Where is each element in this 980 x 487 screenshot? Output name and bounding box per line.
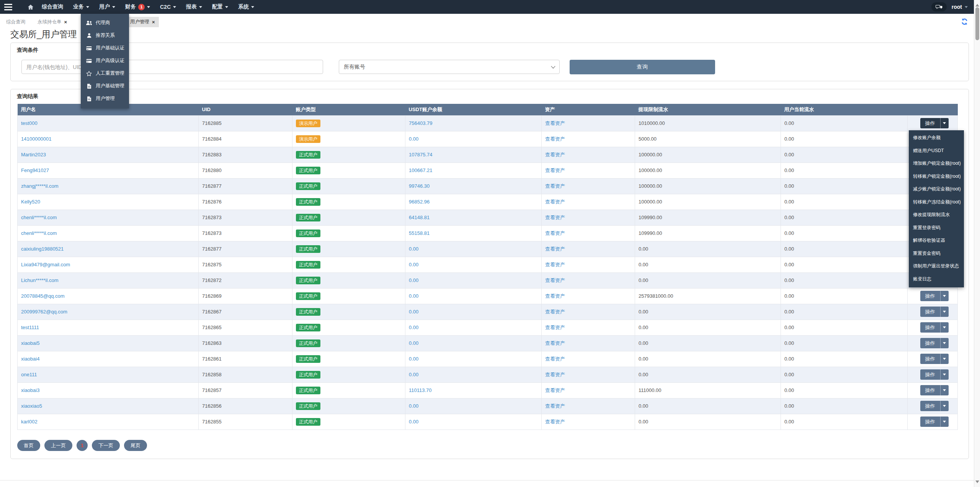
action-button[interactable]: 操作 <box>920 369 940 380</box>
usdt-balance-link[interactable]: 0.00 <box>409 356 418 362</box>
usdt-balance-link[interactable]: 0.00 <box>409 136 418 142</box>
usdt-balance-link[interactable]: 0.00 <box>409 403 418 409</box>
action-menu-item-转移账户锁定金额(root)[interactable]: 转移账户锁定金额(root) <box>909 170 964 183</box>
username-link[interactable]: 20078845@qq.com <box>21 293 65 299</box>
usdt-balance-link[interactable]: 100667.21 <box>409 167 432 173</box>
username-link[interactable]: chenli*****il.com <box>21 230 57 236</box>
action-menu-item-强制用户退出登录状态[interactable]: 强制用户退出登录状态 <box>909 260 964 273</box>
user-menu-item-用户管理[interactable]: 用户管理 <box>81 92 129 105</box>
action-caret-button[interactable] <box>940 291 949 301</box>
usdt-balance-link[interactable]: 756403.79 <box>409 120 432 126</box>
action-button-group[interactable]: 操作 <box>920 354 949 364</box>
usdt-balance-link[interactable]: 64148.81 <box>409 215 430 220</box>
action-caret-button[interactable] <box>940 369 949 380</box>
view-assets-link[interactable]: 查看资产 <box>545 387 565 393</box>
view-assets-link[interactable]: 查看资产 <box>545 262 565 267</box>
usdt-balance-link[interactable]: 107875.74 <box>409 152 432 157</box>
username-link[interactable]: 14100000001 <box>21 136 52 142</box>
tab-永续持仓单[interactable]: 永续持仓单× <box>34 17 71 27</box>
tab-综合查询[interactable]: 综合查询 <box>2 17 29 27</box>
action-button-group[interactable]: 操作 <box>920 338 949 348</box>
action-button[interactable]: 操作 <box>920 322 940 333</box>
scrollbar-up-arrow-icon[interactable] <box>975 2 979 7</box>
nav-item-业务[interactable]: 业务 <box>68 0 94 14</box>
action-button[interactable]: 操作 <box>920 354 940 364</box>
username-link[interactable]: karl002 <box>21 419 38 425</box>
search-button[interactable]: 查询 <box>570 60 715 74</box>
nav-item-财务[interactable]: 财务1 <box>120 0 155 14</box>
usdt-balance-link[interactable]: 0.00 <box>409 293 418 299</box>
action-menu-item-赠送用户USDT[interactable]: 赠送用户USDT <box>909 144 964 157</box>
vertical-scrollbar[interactable] <box>974 0 980 487</box>
usdt-balance-link[interactable]: 0.00 <box>409 372 418 377</box>
action-menu-item-解绑谷歌验证器[interactable]: 解绑谷歌验证器 <box>909 234 964 247</box>
action-menu-item-账变日志[interactable]: 账变日志 <box>909 273 964 286</box>
tab-close-icon[interactable]: × <box>64 20 67 25</box>
action-button-group[interactable]: 操作 <box>920 369 949 380</box>
username-link[interactable]: xiaobai3 <box>21 387 39 393</box>
view-assets-link[interactable]: 查看资产 <box>545 230 565 236</box>
view-assets-link[interactable]: 查看资产 <box>545 120 565 126</box>
hamburger-menu-icon[interactable] <box>0 0 18 14</box>
user-menu-item-用户高级认证[interactable]: 用户高级认证 <box>81 54 129 67</box>
action-menu-item-减少账户锁定金额(root)[interactable]: 减少账户锁定金额(root) <box>909 183 964 196</box>
usdt-balance-link[interactable]: 0.00 <box>409 246 418 252</box>
nav-item-系统[interactable]: 系统 <box>233 0 259 14</box>
user-menu-item-用户基础认证[interactable]: 用户基础认证 <box>81 42 129 54</box>
tab-close-icon[interactable]: × <box>152 20 155 25</box>
scrollbar-thumb[interactable] <box>975 7 979 40</box>
user-menu-item-人工重置管理[interactable]: 人工重置管理 <box>81 67 129 80</box>
view-assets-link[interactable]: 查看资产 <box>545 215 565 220</box>
action-button-group[interactable]: 操作 <box>920 401 949 411</box>
usdt-balance-link[interactable]: 110113.70 <box>409 387 432 393</box>
action-caret-button[interactable] <box>940 338 949 348</box>
tab-用户管理[interactable]: 用户管理× <box>126 17 159 27</box>
user-menu-item-推荐关系[interactable]: 推荐关系 <box>81 29 129 42</box>
usdt-balance-link[interactable]: 0.00 <box>409 309 418 315</box>
first-page-button[interactable]: 首页 <box>17 440 40 451</box>
action-button-group[interactable]: 操作 <box>920 416 949 427</box>
view-assets-link[interactable]: 查看资产 <box>545 183 565 189</box>
action-menu-item-增加账户锁定金额(root)[interactable]: 增加账户锁定金额(root) <box>909 157 964 170</box>
action-button-group[interactable]: 操作 <box>920 291 949 301</box>
action-button-group[interactable]: 操作 <box>920 118 949 128</box>
action-caret-button[interactable] <box>940 416 949 427</box>
view-assets-link[interactable]: 查看资产 <box>545 340 565 346</box>
username-link[interactable]: xiaoxiao5 <box>21 403 42 409</box>
action-caret-button[interactable] <box>940 322 949 333</box>
username-link[interactable]: Kelly520 <box>21 199 40 205</box>
view-assets-link[interactable]: 查看资产 <box>545 293 565 299</box>
action-caret-button[interactable] <box>940 354 949 364</box>
action-button-group[interactable]: 操作 <box>920 322 949 333</box>
usdt-balance-link[interactable]: 0.00 <box>409 325 418 330</box>
action-menu-item-修改账户余额[interactable]: 修改账户余额 <box>909 131 964 144</box>
username-link[interactable]: xiaobai4 <box>21 356 39 362</box>
view-assets-link[interactable]: 查看资产 <box>545 277 565 283</box>
username-link[interactable]: Feng941027 <box>21 167 49 173</box>
prev-page-button[interactable]: 上一页 <box>44 440 72 451</box>
action-caret-button[interactable] <box>940 401 949 411</box>
username-link[interactable]: xiaobai5 <box>21 340 39 346</box>
action-button[interactable]: 操作 <box>920 291 940 301</box>
next-page-button[interactable]: 下一页 <box>92 440 120 451</box>
usdt-balance-link[interactable]: 96852.96 <box>409 199 430 205</box>
view-assets-link[interactable]: 查看资产 <box>545 403 565 409</box>
action-menu-item-修改提现限制流水[interactable]: 修改提现限制流水 <box>909 208 964 221</box>
view-assets-link[interactable]: 查看资产 <box>545 309 565 315</box>
username-link[interactable]: zhangj*****il.com <box>21 183 59 189</box>
action-button[interactable]: 操作 <box>920 338 940 348</box>
nav-item-配置[interactable]: 配置 <box>207 0 233 14</box>
action-caret-button[interactable] <box>940 307 949 317</box>
usdt-balance-link[interactable]: 0.00 <box>409 262 418 267</box>
action-button-group[interactable]: 操作 <box>920 307 949 317</box>
nav-item-C2C[interactable]: C2C <box>155 0 181 14</box>
home-icon[interactable] <box>24 0 37 14</box>
username-link[interactable]: 200999762@qq.com <box>21 309 67 315</box>
usdt-balance-link[interactable]: 99746.30 <box>409 183 430 189</box>
username-link[interactable]: chenli*****il.com <box>21 215 57 220</box>
action-caret-button[interactable] <box>940 118 949 128</box>
scrollbar-down-arrow-icon[interactable] <box>975 480 979 485</box>
usdt-balance-link[interactable]: 0.00 <box>409 340 418 346</box>
user-account-menu[interactable]: root <box>952 4 968 10</box>
nav-item-综合查询[interactable]: 综合查询 <box>37 0 68 14</box>
